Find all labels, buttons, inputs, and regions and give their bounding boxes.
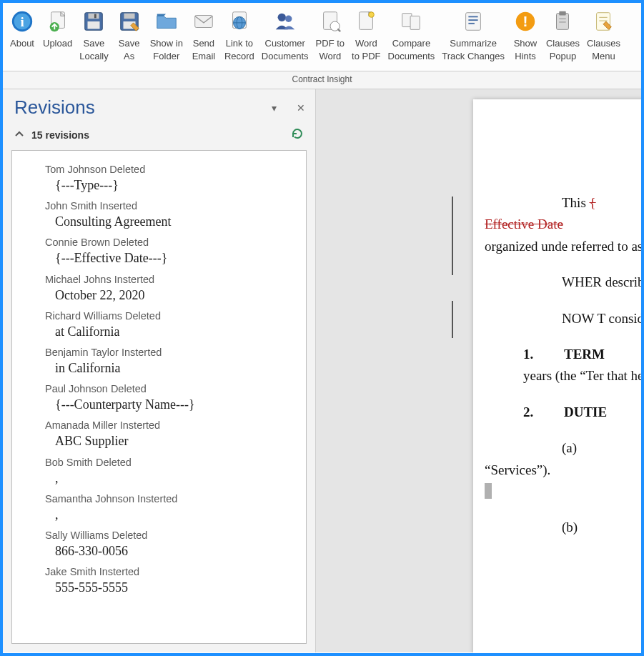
revision-item[interactable]: Michael Johns Insterted October 22, 2020 — [18, 274, 300, 304]
pdf-to-word-label: PDF to Word — [316, 37, 345, 62]
link-to-record-label: Link to Record — [224, 37, 254, 62]
document-paragraph: WHER described here otherwise, in Agreem… — [523, 272, 641, 293]
people-icon — [272, 9, 298, 34]
revision-content: 555-555-5555 — [22, 579, 296, 597]
save-as-label: Save As — [119, 37, 140, 62]
svg-rect-12 — [195, 16, 213, 28]
refresh-icon[interactable] — [291, 127, 304, 143]
notepad-icon — [590, 9, 616, 34]
revision-content: October 22, 2020 — [22, 287, 296, 304]
deleted-text: Effective Date — [485, 217, 563, 232]
mail-icon — [191, 9, 217, 34]
revision-meta: Tom Johnson Deleted — [22, 164, 296, 175]
document-subsection: (b) — [523, 517, 641, 538]
dropdown-icon[interactable]: ▾ — [272, 102, 277, 114]
save-as-button[interactable]: Save As — [113, 7, 146, 62]
svg-point-18 — [285, 16, 292, 22]
document-section: 1. TERM years (the “Ter that he/she wi e… — [523, 344, 641, 387]
svg-text:!: ! — [522, 13, 527, 29]
save-locally-button[interactable]: Save Locally — [76, 7, 111, 62]
revision-item[interactable]: John Smith Inserted Consulting Agreement — [18, 200, 300, 231]
compare-icon — [398, 9, 424, 34]
svg-rect-7 — [94, 14, 96, 19]
revision-content: at California — [22, 323, 296, 341]
revision-meta: Connie Brown Deleted — [22, 237, 296, 248]
show-hints-button[interactable]: ! Show Hints — [509, 7, 542, 62]
deleted-text: { — [590, 195, 596, 210]
clauses-menu-label: Clauses Menu — [587, 37, 620, 62]
ribbon-group-label: Contract Insight — [3, 71, 641, 89]
customer-documents-button[interactable]: Customer Documents — [259, 7, 312, 62]
customer-documents-label: Customer Documents — [262, 37, 309, 62]
revision-content: ABC Supplier — [22, 432, 296, 450]
send-email-button[interactable]: Send Email — [187, 7, 220, 62]
pdf-to-word-button[interactable]: PDF to Word — [313, 7, 347, 62]
document-section: 2. DUTIE — [523, 402, 641, 423]
revision-content: {---Effective Date---} — [22, 249, 296, 267]
revision-item[interactable]: Sally Williams Deleted 866-330-0056 — [18, 530, 300, 560]
info-icon: i — [9, 9, 35, 34]
revisions-header: Revisions ▾ ✕ — [3, 89, 315, 123]
revision-content: in California — [22, 359, 296, 377]
revision-meta: Sally Williams Deleted — [22, 530, 296, 541]
send-email-label: Send Email — [192, 37, 216, 62]
word-to-pdf-button[interactable]: Word to PDF — [349, 7, 383, 62]
svg-rect-32 — [557, 14, 569, 30]
upload-button[interactable]: Upload — [40, 7, 75, 50]
revision-item[interactable]: Amanada Miller Insterted ABC Supplier — [18, 419, 300, 450]
about-button[interactable]: i About — [6, 7, 39, 50]
document-subsection: (a) “Services”). — [523, 437, 641, 502]
change-bar — [452, 197, 453, 275]
about-label: About — [10, 37, 34, 50]
compare-documents-button[interactable]: Compare Documents — [385, 7, 438, 62]
collapse-icon[interactable] — [14, 129, 24, 141]
document-paragraph: This { Effective Date organized unde ref… — [523, 192, 641, 257]
document-page[interactable]: This { Effective Date organized unde ref… — [473, 99, 641, 652]
clauses-popup-label: Clauses Popup — [546, 37, 580, 62]
save-locally-label: Save Locally — [79, 37, 108, 62]
revision-content: , — [22, 469, 296, 487]
svg-rect-8 — [88, 21, 100, 29]
svg-rect-26 — [466, 13, 481, 31]
revision-item[interactable]: Connie Brown Deleted {---Effective Date-… — [18, 237, 300, 267]
svg-point-23 — [369, 12, 375, 18]
svg-rect-33 — [560, 11, 566, 16]
revision-item[interactable]: Jake Smith Insterted 555-555-5555 — [18, 566, 300, 597]
revision-item[interactable]: Tom Johnson Deleted {---Type---} — [18, 164, 300, 194]
revision-meta: Paul Johnson Deleted — [22, 383, 296, 394]
revision-item[interactable]: Bob Smith Deleted , — [18, 457, 300, 487]
revisions-pane: Revisions ▾ ✕ 15 revisions Tom Johnson D… — [3, 89, 316, 652]
revision-meta: Benjamin Taylor Insterted — [22, 347, 296, 358]
revisions-subheader: 15 revisions — [3, 123, 315, 150]
revisions-count: 15 revisions — [31, 129, 89, 141]
folder-icon — [154, 9, 179, 34]
revision-item[interactable]: Samantha Johnson Insterted , — [18, 493, 300, 524]
svg-line-21 — [337, 29, 340, 31]
clauses-menu-button[interactable]: Clauses Menu — [584, 7, 623, 62]
show-in-folder-button[interactable]: Show in Folder — [147, 7, 186, 62]
close-icon[interactable]: ✕ — [297, 102, 305, 114]
pdf-to-word-icon — [317, 9, 343, 34]
compare-documents-label: Compare Documents — [388, 37, 435, 62]
show-in-folder-label: Show in Folder — [150, 37, 183, 62]
link-to-record-button[interactable]: Link to Record — [222, 7, 257, 62]
revisions-list[interactable]: Tom Johnson Deleted {---Type---} John Sm… — [11, 150, 307, 644]
word-to-pdf-icon — [353, 9, 379, 34]
svg-point-17 — [277, 14, 285, 21]
revision-item[interactable]: Benjamin Taylor Insterted in California — [18, 347, 300, 377]
svg-text:i: i — [20, 14, 24, 29]
save-as-icon — [117, 9, 142, 34]
revision-item[interactable]: Paul Johnson Deleted {---Counterparty Na… — [18, 383, 300, 414]
change-bar — [452, 301, 453, 338]
revision-content: , — [22, 506, 296, 524]
summarize-track-changes-button[interactable]: Summarize Track Changes — [439, 7, 507, 62]
revision-meta: Amanada Miller Insterted — [22, 419, 296, 431]
text-cursor — [485, 483, 492, 499]
clauses-popup-button[interactable]: Clauses Popup — [543, 7, 583, 62]
revision-item[interactable]: Richard Williams Deleted at California — [18, 310, 300, 341]
document-area[interactable]: This { Effective Date organized unde ref… — [316, 89, 641, 652]
svg-rect-10 — [124, 14, 134, 19]
revisions-title: Revisions — [14, 96, 95, 119]
word-to-pdf-label: Word to PDF — [352, 37, 380, 62]
document-paragraph: NOW T consideration, to, the Compan belo… — [523, 308, 641, 329]
